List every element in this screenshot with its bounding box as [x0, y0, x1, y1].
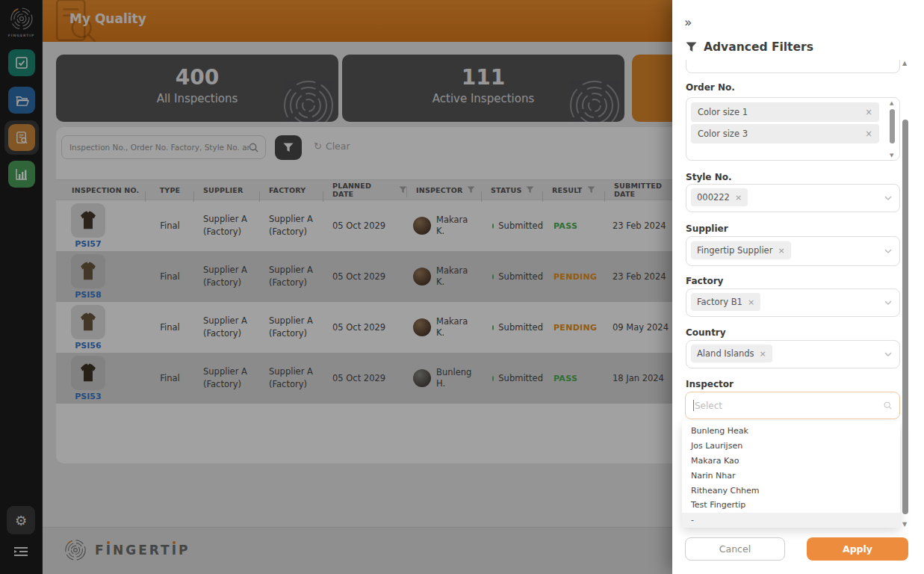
style-no-label: Style No.	[686, 172, 731, 182]
country-select[interactable]: Aland Islands×	[686, 340, 900, 368]
search-icon	[884, 401, 892, 410]
funnel-icon	[686, 42, 697, 52]
inspector-label: Inspector	[686, 379, 734, 389]
scroll-up-icon[interactable]: ▲	[890, 100, 893, 106]
supplier-label: Supplier	[686, 223, 728, 234]
order-no-multiselect[interactable]: Color size 1× Color size 3× ▲ ▼	[686, 97, 900, 161]
apply-button[interactable]: Apply	[807, 537, 908, 561]
style-no-select[interactable]: 000222×	[686, 184, 900, 212]
inspector-option[interactable]: Test Fingertip	[682, 498, 900, 513]
remove-chip-icon[interactable]: ×	[865, 107, 872, 117]
remove-chip-icon[interactable]: ×	[778, 246, 784, 256]
factory-select[interactable]: Factory B1×	[686, 288, 900, 317]
selected-chip: Color size 3×	[691, 124, 879, 144]
scroll-up-icon[interactable]: ▲	[902, 60, 907, 67]
inspector-options-dropdown: Bunleng Heak Jos Laurijsen Makara Kao Na…	[682, 421, 900, 528]
selected-chip: Aland Islands×	[691, 345, 772, 362]
chevron-down-icon	[884, 352, 892, 357]
selected-chip: 000222×	[691, 188, 748, 206]
inspector-placeholder: Select	[695, 401, 722, 411]
scrollbar-thumb[interactable]	[902, 120, 908, 514]
inspector-option[interactable]: Makara Kao	[682, 454, 900, 469]
scroll-down-icon[interactable]: ▼	[890, 152, 893, 158]
factory-label: Factory	[686, 276, 723, 286]
drawer-scrollbar[interactable]: ▲ ▼	[901, 60, 910, 531]
inspector-option[interactable]: Ritheany Chhem	[682, 483, 900, 498]
remove-chip-icon[interactable]: ×	[748, 297, 754, 307]
collapse-drawer-button[interactable]: »	[684, 15, 692, 30]
supplier-select[interactable]: Fingertip Supplier×	[686, 236, 900, 266]
cancel-button[interactable]: Cancel	[685, 537, 785, 561]
remove-chip-icon[interactable]: ×	[735, 193, 742, 203]
remove-chip-icon[interactable]: ×	[760, 349, 766, 359]
country-label: Country	[686, 327, 726, 338]
scroll-down-icon[interactable]: ▼	[902, 521, 907, 528]
chevron-down-icon	[884, 249, 892, 253]
text-caret	[693, 400, 694, 411]
chevron-down-icon	[884, 300, 892, 305]
order-no-label: Order No.	[686, 82, 735, 93]
selected-chip: Color size 1×	[691, 102, 879, 122]
inspector-option[interactable]: Bunleng Heak	[682, 424, 900, 439]
inspector-search-input[interactable]: Select	[685, 392, 900, 419]
scrollbar-thumb[interactable]	[890, 109, 895, 144]
advanced-filters-drawer: » Advanced Filters 2023-01-10 2023-10-10…	[672, 0, 924, 574]
selected-chip: Factory B1×	[691, 293, 760, 311]
chevron-down-icon	[884, 196, 892, 200]
inspector-option[interactable]: Narin Nhar	[682, 468, 900, 483]
order-no-scrollbar[interactable]: ▲ ▼	[889, 100, 896, 158]
drawer-title: Advanced Filters	[686, 40, 813, 54]
selected-chip: Fingertip Supplier×	[691, 241, 791, 259]
date-range-field-clipped[interactable]: 2023-01-10 2023-10-10	[672, 60, 924, 75]
remove-chip-icon[interactable]: ×	[865, 129, 872, 139]
inspector-option[interactable]: -	[682, 513, 900, 528]
inspector-option[interactable]: Jos Laurijsen	[682, 439, 900, 454]
app-window: FINGERTIP	[0, 0, 924, 574]
